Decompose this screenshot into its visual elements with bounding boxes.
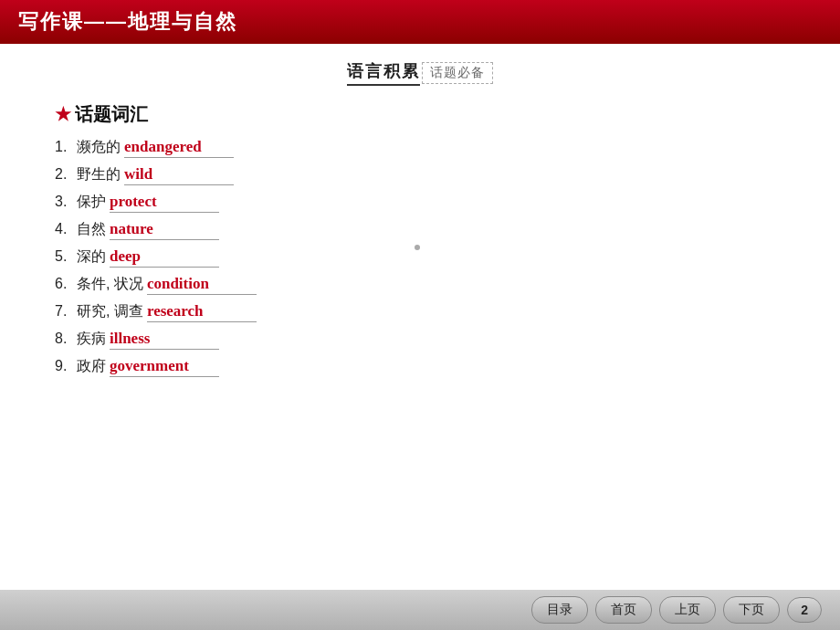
topic-heading: ★话题词汇: [55, 102, 794, 127]
vocab-english: wild: [124, 165, 234, 185]
vocab-item: 9.政府 government: [55, 357, 794, 377]
vocab-english: nature: [110, 220, 219, 240]
vocab-item: 6.条件, 状况 condition: [55, 275, 794, 295]
nav-button-prev[interactable]: 上页: [659, 596, 716, 624]
vocab-item: 5.深的 deep: [55, 247, 794, 268]
lang-sublabel: 话题必备: [422, 62, 493, 84]
page-title: 写作课——地理与自然: [18, 8, 237, 36]
vocab-num: 8.: [55, 331, 77, 347]
vocab-english: condition: [147, 275, 257, 295]
footer-nav: 目录 首页 上页 下页 2: [0, 590, 840, 630]
vocab-chinese: 疾病: [77, 330, 106, 349]
vocab-chinese: 自然: [77, 220, 106, 239]
vocab-num: 3.: [55, 194, 77, 210]
lang-banner-inner: 语言积累 话题必备: [347, 60, 493, 86]
page-number: 2: [787, 597, 822, 623]
vocab-item: 2.野生的 wild: [55, 165, 794, 185]
vocab-english: illness: [110, 330, 219, 350]
language-banner: 语言积累 话题必备: [0, 44, 840, 93]
vocab-num: 5.: [55, 248, 77, 265]
nav-button-catalog[interactable]: 目录: [531, 596, 588, 624]
vocab-chinese: 条件, 状况: [77, 275, 143, 294]
vocab-item: 1.濒危的 endangered: [55, 138, 794, 158]
vocab-english: research: [147, 302, 257, 322]
vocab-num: 9.: [55, 358, 77, 374]
vocab-num: 4.: [55, 221, 77, 237]
vocab-item: 3.保护 protect: [55, 193, 794, 213]
vocab-num: 7.: [55, 303, 77, 320]
vocab-english: deep: [110, 247, 219, 268]
vocab-chinese: 濒危的: [77, 138, 121, 157]
vocab-english: protect: [110, 193, 219, 213]
topic-section: ★话题词汇 1.濒危的 endangered2.野生的 wild3.保护 pro…: [0, 93, 840, 377]
vocab-chinese: 深的: [77, 247, 106, 267]
lang-label: 语言积累: [347, 60, 420, 86]
vocab-chinese: 野生的: [77, 165, 121, 184]
header: 写作课——地理与自然: [0, 0, 840, 44]
vocab-item: 7.研究, 调查 research: [55, 302, 794, 322]
vocab-chinese: 保护: [77, 193, 106, 212]
vocab-chinese: 政府: [77, 357, 106, 376]
nav-button-home[interactable]: 首页: [595, 596, 652, 624]
vocab-num: 2.: [55, 166, 77, 183]
vocab-item: 4.自然 nature: [55, 220, 794, 240]
vocab-list: 1.濒危的 endangered2.野生的 wild3.保护 protect4.…: [55, 138, 794, 377]
vocab-english: endangered: [124, 138, 234, 158]
vocab-chinese: 研究, 调查: [77, 302, 143, 321]
vocab-num: 6.: [55, 276, 77, 292]
vocab-item: 8.疾病 illness: [55, 330, 794, 350]
star-icon: ★: [55, 104, 71, 124]
vocab-english: government: [110, 357, 219, 377]
nav-button-next[interactable]: 下页: [723, 596, 780, 624]
vocab-num: 1.: [55, 139, 77, 155]
dot-indicator: [415, 245, 420, 250]
main-content: 语言积累 话题必备 ★话题词汇 1.濒危的 endangered2.野生的 wi…: [0, 44, 840, 590]
